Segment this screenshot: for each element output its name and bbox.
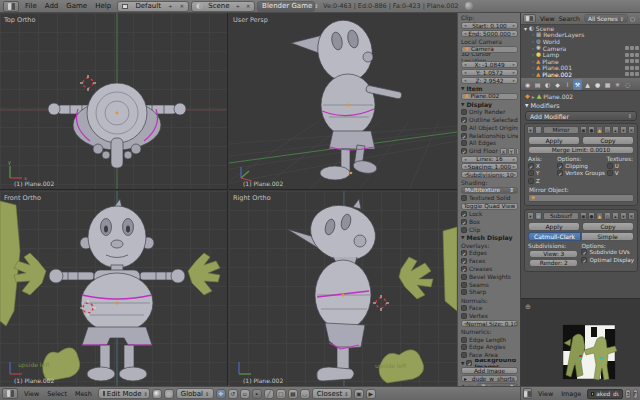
apply-button[interactable]: Apply: [528, 222, 580, 231]
eye-toggle-icon[interactable]: [625, 59, 629, 63]
number-field-z-2-9542[interactable]: ◂Z: 2.9542▸: [461, 77, 518, 84]
snap-element-selector[interactable]: Closest ⇕: [312, 388, 352, 399]
number-field-lines-16[interactable]: ◂Lines: 16▸: [461, 156, 518, 163]
checkbox-bevel-weights[interactable]: [461, 274, 467, 280]
checkbox[interactable]: ✓: [528, 163, 534, 169]
info-menu-help[interactable]: Help: [91, 2, 115, 10]
increment-icon[interactable]: ▸: [514, 172, 516, 177]
view3d-menu-select[interactable]: Select: [43, 390, 71, 398]
viewport-front-ortho[interactable]: upside left: [0, 191, 228, 386]
properties-tab-object-icon[interactable]: ◆: [553, 79, 562, 90]
checkbox-all-object-origins[interactable]: [461, 125, 467, 131]
button-toggle-quad-view[interactable]: Toggle Quad View: [461, 203, 518, 210]
info-menu-game[interactable]: Game: [62, 2, 91, 10]
render-toggle-icon[interactable]: [635, 53, 639, 57]
eye-toggle-icon[interactable]: ●: [588, 126, 595, 134]
number-field-end-5000-000[interactable]: ◂End: 5000.000▸: [461, 30, 518, 37]
increment-icon[interactable]: ▸: [513, 78, 515, 83]
limit-selection-visible-button[interactable]: ▦: [288, 389, 298, 399]
properties-tab-modifiers-icon[interactable]: ⚒: [573, 79, 582, 90]
mirror-option-vertex-groups[interactable]: ✓Vertex Groups: [557, 170, 605, 178]
view-subdivisions-field[interactable]: View: 3: [529, 250, 578, 258]
checkbox-vertex[interactable]: [461, 313, 467, 319]
checkbox[interactable]: ✓: [557, 163, 563, 169]
increment-icon[interactable]: ▸: [513, 31, 515, 36]
checkbox-grid-floor[interactable]: ✓: [461, 148, 467, 154]
outliner-menu-view[interactable]: View: [538, 15, 557, 22]
merge-limit-field[interactable]: Merge Limit: 0.0010: [528, 146, 634, 154]
face-select-button[interactable]: ▢: [276, 389, 286, 399]
mirror-option-u[interactable]: U: [607, 162, 634, 170]
background-image-item[interactable]: ▸_dude_w_shorts_s✕: [461, 375, 518, 382]
manipulator-translate-button[interactable]: ✛: [216, 389, 226, 399]
axis-toggle-x[interactable]: X: [500, 148, 507, 155]
checkbox-lock[interactable]: ✓: [461, 211, 467, 217]
render-toggle-icon[interactable]: [635, 72, 639, 76]
apply-button[interactable]: Apply: [528, 136, 580, 145]
move-down-icon[interactable]: ▾: [620, 126, 627, 134]
render-toggle-icon[interactable]: ▣: [580, 126, 587, 134]
editmode-toggle-icon[interactable]: ▲: [596, 126, 603, 134]
outliner-item-lamp[interactable]: ·●Lamp: [521, 51, 640, 58]
increment-icon[interactable]: ▸: [513, 23, 515, 28]
region-plus-icon[interactable]: ⊕: [525, 303, 531, 311]
checkbox-only-render[interactable]: [461, 109, 467, 115]
screen-layout-selector[interactable]: Default + ✕: [117, 1, 189, 12]
image-datablock-selector[interactable]: aked_dude_w_shorts_s: [587, 389, 623, 399]
number-field-spacing-1-000[interactable]: ◂Spacing: 1.000▸: [461, 163, 518, 170]
decrement-icon[interactable]: ◂: [464, 78, 466, 83]
expand-icon[interactable]: ▸: [464, 376, 467, 382]
subsurf-option-optimal-display[interactable]: ✓Optimal Display: [581, 256, 634, 264]
move-up-icon[interactable]: ▴: [612, 212, 619, 220]
select-toggle-icon[interactable]: [630, 72, 634, 76]
checkbox-outline-selected[interactable]: ✓: [461, 117, 467, 123]
properties-tab-material-icon[interactable]: ●: [593, 79, 602, 90]
checkbox[interactable]: [607, 170, 613, 176]
view3d-menu-view[interactable]: View: [20, 390, 43, 398]
increment-icon[interactable]: ▸: [513, 62, 515, 67]
axis-toggle-y[interactable]: Y: [508, 148, 515, 155]
cage-toggle-icon[interactable]: △: [604, 126, 611, 134]
image-users-button[interactable]: 3: [625, 389, 631, 399]
mirror-option-y[interactable]: Y: [528, 170, 555, 178]
render-toggle-icon[interactable]: [635, 59, 639, 63]
mirror-option-v[interactable]: V: [607, 170, 634, 178]
eye-toggle-icon[interactable]: ●: [588, 212, 595, 220]
field-camera[interactable]: ◉Camera: [461, 46, 518, 53]
snap-magnet-button[interactable]: ◡: [300, 389, 310, 399]
modifier-expand-icon[interactable]: ▾: [527, 126, 534, 134]
viewport-shading-selector[interactable]: [152, 389, 162, 399]
delete-modifier-icon[interactable]: ✕: [628, 126, 635, 134]
number-field-normal-size-0-10[interactable]: ◂Normal Size: 0.10▸: [461, 320, 518, 327]
modifier-name-field[interactable]: Mirror: [543, 126, 579, 134]
move-down-icon[interactable]: ▾: [620, 212, 627, 220]
copy-button[interactable]: Copy: [582, 222, 634, 231]
panel-checkbox[interactable]: ✓: [466, 360, 472, 366]
search-icon[interactable]: ○⁠­: [630, 16, 637, 22]
decrement-icon[interactable]: ◂: [464, 31, 466, 36]
scene-selector[interactable]: ◐ Scene + ✕: [191, 1, 255, 12]
checkbox[interactable]: ✓: [581, 249, 587, 255]
modifiers-panel-header[interactable]: ▼ Modifiers: [521, 101, 640, 110]
panel-header-background-images[interactable]: ▼✓Background Images: [461, 359, 518, 367]
button-add-image[interactable]: Add Image: [461, 367, 518, 374]
add-modifier-dropdown[interactable]: Add Modifier ⇕: [525, 111, 637, 121]
mirror-option-clipping[interactable]: ✓Clipping: [557, 162, 605, 170]
outliner-menu-search[interactable]: Search: [557, 15, 582, 22]
checkbox-textured-solid[interactable]: [461, 195, 467, 201]
editmode-toggle-icon[interactable]: ▲: [596, 212, 603, 220]
properties-tab-render-icon[interactable]: ◉: [523, 79, 532, 90]
mirror-option-z[interactable]: Z: [528, 177, 555, 185]
fake-user-button[interactable]: F: [633, 389, 638, 399]
render-toggle-icon[interactable]: [635, 66, 639, 70]
vertex-select-button[interactable]: ∙: [252, 389, 262, 399]
select-toggle-icon[interactable]: [630, 66, 634, 70]
checkbox-edge-length[interactable]: [461, 337, 467, 343]
editor-type-button[interactable]: [3, 1, 19, 12]
mirror-object-field[interactable]: ◆: [528, 194, 634, 202]
panel-collapse-icon[interactable]: ▼: [461, 235, 464, 240]
pivot-point-selector[interactable]: ◎: [164, 389, 174, 399]
properties-tab-mesh-data-icon[interactable]: ▲: [583, 79, 592, 90]
editor-type-button[interactable]: [2, 388, 18, 399]
render-subdivisions-field[interactable]: Render: 2: [529, 259, 578, 267]
